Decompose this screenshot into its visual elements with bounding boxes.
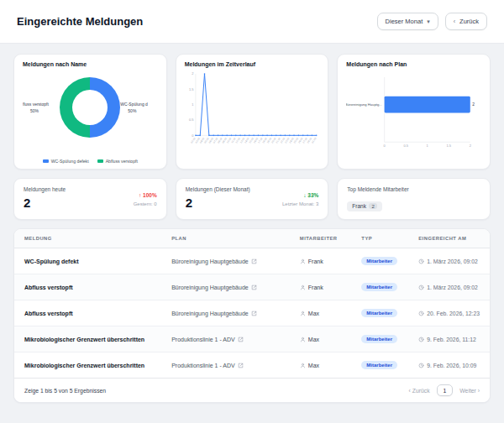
donut-label-left-text: fluss verstopft — [23, 101, 60, 107]
svg-text:1: 1 — [427, 144, 428, 148]
pagination-next-button[interactable]: Weiter › — [459, 388, 480, 394]
cell-typ: Mitarbeiter — [351, 326, 408, 352]
link-icon[interactable] — [251, 258, 257, 264]
chevron-left-icon: ‹ — [409, 388, 411, 394]
clock-icon — [418, 258, 424, 264]
cell-mitarbeiter: Max — [290, 300, 352, 326]
pagination-page-1-button[interactable]: 1 — [437, 384, 454, 396]
cell-plan: Büroreinigung Hauptgebäude — [161, 300, 290, 326]
cell-meldung: Mikrobiologischer Grenzwert überschritte… — [14, 352, 161, 379]
stat-left: Meldungen heute 2 — [24, 186, 66, 212]
stat-left: Meldungen (Dieser Monat) 2 — [186, 186, 250, 212]
clock-icon — [418, 337, 424, 342]
type-badge: Mitarbeiter — [361, 309, 397, 317]
table-row[interactable]: Mikrobiologischer Grenzwert überschritte… — [14, 352, 490, 379]
cell-mitarbeiter: Frank — [290, 248, 352, 274]
stat-delta: ↑ 100% — [139, 192, 157, 198]
employee-chip: Frank 2 — [347, 201, 382, 212]
pagination-prev-button[interactable]: ‹ Zurück — [409, 388, 430, 394]
donut-label-left-pct: 50% — [30, 107, 60, 114]
svg-text:Büroreinigung Hauptg...: Büroreinigung Hauptg... — [346, 102, 382, 107]
legend-swatch — [97, 159, 103, 164]
plan-name: Produktionslinie 1 - ADV — [171, 337, 234, 342]
donut-label-left: fluss verstopft 50% — [23, 101, 60, 114]
table-row[interactable]: WC-Spülung defektBüroreinigung Hauptgebä… — [14, 248, 490, 274]
cell-plan: Produktionslinie 1 - ADV — [161, 352, 290, 379]
stat-subtitle: Letzter Monat: 3 — [282, 201, 318, 206]
employee-name: Max — [308, 311, 319, 316]
employee-name: Frank — [308, 258, 323, 264]
header-controls: Dieser Monat ▾ ‹ Zurück — [377, 13, 487, 30]
table-head: MELDUNGPLANMITARBEITERTYPEINGEREICHT AM — [14, 229, 490, 248]
back-button[interactable]: ‹ Zurück — [445, 13, 487, 30]
plan-name: Produktionslinie 1 - ADV — [171, 363, 234, 368]
line-chart: 00.511.5202.0203.0204.0205.0206.0207.020… — [185, 69, 320, 155]
results-summary: Zeige 1 bis 5 von 5 Ergebnissen — [24, 388, 106, 394]
chart-card-by-name: Meldungen nach Name fluss verstopft 50% … — [13, 54, 167, 170]
clock-icon — [418, 285, 424, 290]
donut-label-right-pct: 50% — [128, 107, 157, 114]
submitted-at: 1. März 2026, 09:02 — [427, 258, 477, 264]
reports-table: MELDUNGPLANMITARBEITERTYPEINGEREICHT AM … — [14, 229, 490, 378]
svg-text:2: 2 — [192, 71, 193, 76]
submitted-at: 9. Feb. 2026, 10:09 — [427, 363, 476, 368]
svg-text:0.5: 0.5 — [189, 118, 194, 122]
cell-mitarbeiter: Frank — [290, 274, 352, 300]
column-header: PLAN — [161, 229, 290, 248]
chevron-left-icon: ‹ — [454, 18, 455, 24]
user-icon — [300, 311, 306, 316]
stat-title: Top Meldende Mitarbeiter — [347, 186, 480, 192]
cell-typ: Mitarbeiter — [351, 274, 408, 300]
cell-eingereicht-am: 20. Feb. 2026, 12:23 — [408, 300, 490, 326]
legend-swatch — [43, 159, 49, 164]
donut-wrap: fluss verstopft 50% WC-Spülung d 50% — [23, 70, 158, 144]
type-badge: Mitarbeiter — [361, 283, 397, 291]
table-row[interactable]: Mikrobiologischer Grenzwert überschritte… — [14, 326, 490, 352]
legend-item[interactable]: WC-Spülung defekt — [43, 159, 89, 164]
page-title: Eingereichte Meldungen — [17, 15, 143, 28]
stat-right: ↓ 33% Letzter Monat: 3 — [282, 186, 318, 212]
table-footer: Zeige 1 bis 5 von 5 Ergebnissen ‹ Zurück… — [14, 378, 490, 402]
employee-name: Max — [308, 337, 319, 342]
stat-delta: ↓ 33% — [303, 192, 318, 198]
svg-text:0: 0 — [384, 144, 386, 148]
pagination: ‹ Zurück 1 Weiter › — [409, 384, 480, 396]
table-row[interactable]: Abfluss verstopftBüroreinigung Hauptgebä… — [14, 300, 490, 326]
legend-label: WC-Spülung defekt — [51, 159, 89, 164]
plan-name: Büroreinigung Hauptgebäude — [171, 285, 248, 290]
cell-mitarbeiter: Max — [290, 352, 352, 379]
stat-title: Meldungen heute — [24, 186, 66, 192]
employee-chip-name: Frank — [352, 203, 366, 209]
cell-eingereicht-am: 9. Feb. 2026, 10:09 — [408, 352, 490, 379]
cell-meldung: Abfluss verstopft — [14, 274, 161, 300]
donut-label-right-text: WC-Spülung d — [120, 101, 157, 107]
link-icon[interactable] — [251, 311, 257, 316]
svg-text:1: 1 — [192, 102, 193, 107]
donut-chart — [60, 77, 120, 138]
link-icon[interactable] — [251, 285, 257, 290]
link-icon[interactable] — [238, 363, 244, 368]
submitted-at: 9. Feb. 2026, 11:12 — [427, 337, 475, 342]
period-select-value: Dieser Monat — [386, 18, 423, 25]
svg-text:1.5: 1.5 — [189, 87, 194, 91]
legend-item[interactable]: Abfluss verstopft — [97, 159, 138, 164]
link-icon[interactable] — [238, 337, 244, 342]
chart-card-by-plan: Meldungen nach Plan 00.511.52Büroreinigu… — [337, 54, 491, 170]
cell-typ: Mitarbeiter — [351, 248, 408, 274]
table-body: WC-Spülung defektBüroreinigung Hauptgebä… — [14, 248, 490, 379]
cell-typ: Mitarbeiter — [351, 300, 408, 326]
svg-text:2: 2 — [473, 102, 475, 107]
chevron-right-icon: › — [478, 388, 480, 394]
column-header: MITARBEITER — [290, 229, 352, 248]
plan-name: Büroreinigung Hauptgebäude — [171, 258, 248, 264]
stats-row: Meldungen heute 2 ↑ 100% Gestern: 0 Meld… — [13, 178, 491, 220]
donut-hole — [72, 90, 108, 125]
back-button-label: Zurück — [459, 18, 479, 25]
stat-subtitle: Gestern: 0 — [134, 201, 157, 206]
legend-label: Abfluss verstopft — [106, 159, 138, 164]
submitted-at: 20. Feb. 2026, 12:23 — [427, 311, 480, 316]
svg-text:01.03: 01.03 — [311, 137, 318, 144]
cell-plan: Produktionslinie 1 - ADV — [161, 326, 290, 352]
period-select[interactable]: Dieser Monat ▾ — [377, 13, 438, 30]
table-row[interactable]: Abfluss verstopftBüroreinigung Hauptgebä… — [14, 274, 490, 300]
